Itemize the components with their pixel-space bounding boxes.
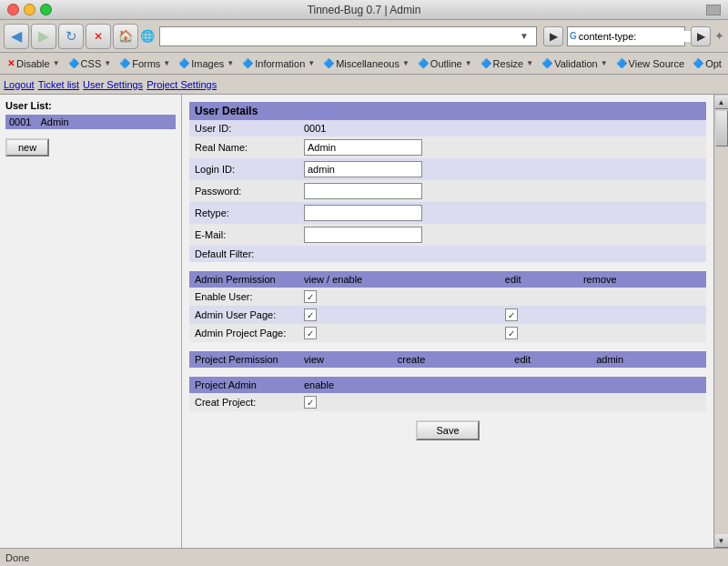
- toolbar-forms[interactable]: 🔷 Forms ▼: [116, 57, 174, 70]
- toolbar-viewsource[interactable]: 🔷 View Source: [612, 57, 689, 70]
- status-text: Done: [5, 552, 29, 563]
- user-details-table: User ID: 0001 Real Name: Login ID: Passw…: [189, 120, 706, 262]
- resize-label: Resize: [493, 58, 524, 69]
- checkbox-icon[interactable]: ✓: [304, 327, 317, 339]
- admin-project-page-remove-check[interactable]: [578, 324, 706, 342]
- css-arrow-icon: ▼: [104, 59, 111, 67]
- table-row: Retype:: [189, 202, 706, 224]
- creat-project-check[interactable]: ✓: [298, 393, 706, 411]
- toolbar-disable[interactable]: ✕ Disable ▼: [4, 57, 64, 70]
- window-controls[interactable]: [7, 4, 52, 15]
- search-go-button[interactable]: ▶: [691, 26, 711, 46]
- stop-icon: ✕: [94, 30, 103, 43]
- admin-perm-col-remove: remove: [578, 271, 706, 288]
- admin-perm-col-view: view / enable: [298, 271, 500, 288]
- user-settings-link[interactable]: User Settings: [83, 79, 143, 90]
- loginid-input[interactable]: [304, 161, 422, 177]
- save-button[interactable]: Save: [416, 420, 479, 440]
- window-title: Tinned-Bug 0.7 | Admin: [308, 4, 421, 16]
- admin-perm-col-edit: edit: [500, 271, 578, 288]
- viewsource-label: View Source: [629, 58, 685, 69]
- checkbox-icon[interactable]: ✓: [304, 308, 317, 321]
- address-bar[interactable]: ▼: [159, 26, 537, 46]
- field-value-userid: 0001: [298, 120, 674, 136]
- retype-input[interactable]: [304, 205, 422, 221]
- search-go-icon: ▶: [697, 30, 705, 43]
- admin-user-page-edit-check[interactable]: ✓: [500, 306, 578, 324]
- field-label-password: Password:: [189, 180, 298, 202]
- project-admin-header: Project Admin enable: [189, 377, 706, 393]
- field-cell-email: [298, 224, 674, 246]
- status-bar: Done: [0, 548, 728, 566]
- address-dropdown[interactable]: ▼: [520, 31, 532, 41]
- scrollbar[interactable]: ▲ ▼: [713, 95, 728, 548]
- toolbar-outline[interactable]: 🔷 Outline ▼: [414, 57, 476, 70]
- enable-user-edit-check[interactable]: [500, 288, 578, 306]
- checkbox-icon[interactable]: ✓: [304, 290, 317, 303]
- project-settings-link[interactable]: Project Settings: [147, 79, 217, 90]
- user-details-header: User Details: [189, 102, 706, 120]
- project-perm-col-admin: admin: [591, 351, 706, 368]
- admin-project-page-edit-check[interactable]: ✓: [500, 324, 578, 342]
- user-list-item[interactable]: 0001 Admin: [5, 115, 176, 129]
- toolbar-resize[interactable]: 🔷 Resize ▼: [477, 57, 538, 70]
- table-row: Default Filter:: [189, 246, 706, 262]
- scroll-up-button[interactable]: ▲: [714, 95, 729, 109]
- realname-input[interactable]: [304, 139, 422, 156]
- go-button[interactable]: ▶: [543, 26, 563, 46]
- new-user-button[interactable]: new: [5, 138, 49, 157]
- reload-icon: ↻: [66, 28, 77, 45]
- home-button[interactable]: 🏠: [113, 24, 138, 49]
- images-label: Images: [191, 58, 224, 69]
- go-icon: ▶: [550, 30, 558, 43]
- maximize-button[interactable]: [40, 4, 52, 15]
- enable-user-view-check[interactable]: ✓: [298, 288, 500, 306]
- field-label-retype: Retype:: [189, 202, 298, 224]
- field-cell-password: [298, 180, 674, 202]
- checkbox-icon[interactable]: ✓: [505, 327, 518, 339]
- scroll-thumb[interactable]: [715, 110, 728, 147]
- scroll-track: [714, 109, 728, 533]
- table-row: Creat Project: ✓: [189, 393, 706, 411]
- scroll-down-button[interactable]: ▼: [714, 533, 729, 548]
- field-label-realname: Real Name:: [189, 136, 298, 158]
- project-admin-title: Project Admin: [189, 377, 298, 393]
- checkbox-icon[interactable]: ✓: [304, 396, 317, 409]
- admin-project-page-view-check[interactable]: ✓: [298, 324, 500, 342]
- toolbar-miscellaneous[interactable]: 🔷 Miscellaneous ▼: [319, 57, 413, 70]
- back-button[interactable]: ◀: [4, 24, 29, 49]
- table-row: Real Name:: [189, 136, 706, 158]
- reload-button[interactable]: ↻: [58, 24, 84, 49]
- password-input[interactable]: [304, 183, 422, 199]
- checkbox-icon[interactable]: ✓: [505, 308, 518, 321]
- close-button[interactable]: [7, 4, 19, 15]
- address-input[interactable]: [164, 31, 520, 42]
- email-input[interactable]: [304, 227, 422, 243]
- admin-user-page-remove-check[interactable]: [578, 306, 706, 324]
- toolbar: ✕ Disable ▼ 🔷 CSS ▼ 🔷 Forms ▼ 🔷 Images ▼…: [0, 53, 728, 75]
- forward-button[interactable]: ▶: [31, 24, 56, 49]
- ticket-list-link[interactable]: Ticket list: [38, 79, 79, 90]
- toolbar-information[interactable]: 🔷 Information ▼: [238, 57, 318, 70]
- toolbar-images[interactable]: 🔷 Images ▼: [175, 57, 238, 70]
- css-label: CSS: [81, 58, 102, 69]
- options-label: Opt: [705, 58, 722, 69]
- resize-button[interactable]: [706, 5, 721, 15]
- logout-link[interactable]: Logout: [4, 79, 35, 90]
- search-brand-icon: G: [570, 31, 577, 41]
- minimize-button[interactable]: [24, 4, 35, 15]
- stop-button[interactable]: ✕: [86, 24, 111, 49]
- toolbar-options[interactable]: 🔷 Opt: [689, 57, 725, 70]
- admin-user-page-view-check[interactable]: ✓: [298, 306, 500, 324]
- search-input[interactable]: [579, 31, 704, 42]
- field-cell-loginid: [298, 158, 674, 180]
- search-bar[interactable]: G: [567, 26, 685, 46]
- user-id: 0001: [9, 116, 31, 127]
- forms-arrow-icon: ▼: [163, 59, 170, 67]
- toolbar-validation[interactable]: 🔷 Validation ▼: [538, 57, 611, 70]
- table-row: E-Mail:: [189, 224, 706, 246]
- outline-icon: 🔷: [418, 58, 429, 68]
- enable-user-remove-check[interactable]: [578, 288, 706, 306]
- toolbar-css[interactable]: 🔷 CSS ▼: [65, 57, 116, 70]
- back-icon: ◀: [11, 27, 22, 45]
